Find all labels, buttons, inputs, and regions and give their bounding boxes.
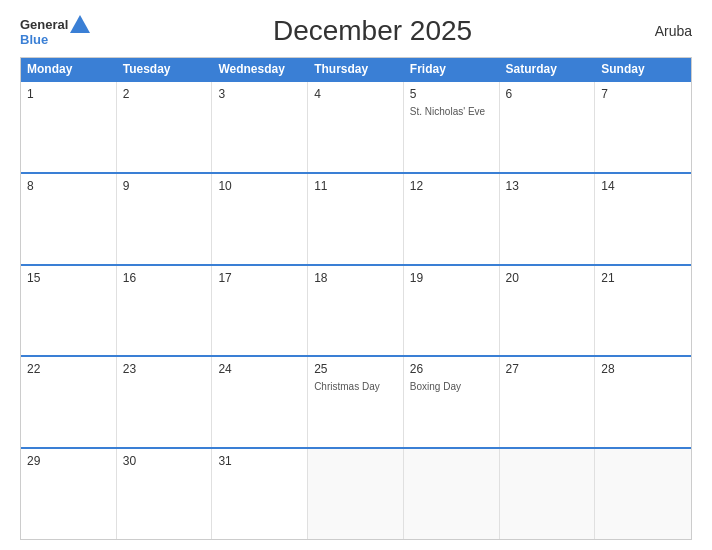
day-cell: 13	[500, 174, 596, 264]
day-number: 21	[601, 270, 685, 287]
day-cell: 5St. Nicholas' Eve	[404, 82, 500, 172]
day-header-wednesday: Wednesday	[212, 58, 308, 80]
day-cell: 12	[404, 174, 500, 264]
day-cell: 25Christmas Day	[308, 357, 404, 447]
day-number: 5	[410, 86, 493, 103]
day-number: 2	[123, 86, 206, 103]
logo: General Blue	[20, 17, 90, 46]
day-cell: 8	[21, 174, 117, 264]
day-number: 7	[601, 86, 685, 103]
calendar-grid: MondayTuesdayWednesdayThursdayFridaySatu…	[20, 57, 692, 540]
day-cell	[500, 449, 596, 539]
day-header-thursday: Thursday	[308, 58, 404, 80]
day-number: 4	[314, 86, 397, 103]
day-cell: 15	[21, 266, 117, 356]
day-number: 16	[123, 270, 206, 287]
day-cell: 31	[212, 449, 308, 539]
day-cell: 6	[500, 82, 596, 172]
logo-blue-text: Blue	[20, 33, 90, 46]
day-headers-row: MondayTuesdayWednesdayThursdayFridaySatu…	[21, 58, 691, 80]
week-row-3: 15161718192021	[21, 264, 691, 356]
day-number: 10	[218, 178, 301, 195]
day-number: 6	[506, 86, 589, 103]
day-cell: 28	[595, 357, 691, 447]
day-header-sunday: Sunday	[595, 58, 691, 80]
day-cell	[308, 449, 404, 539]
day-number: 29	[27, 453, 110, 470]
day-number: 8	[27, 178, 110, 195]
day-number: 24	[218, 361, 301, 378]
day-number: 31	[218, 453, 301, 470]
day-number: 25	[314, 361, 397, 378]
day-number: 27	[506, 361, 589, 378]
header: General Blue December 2025 Aruba	[20, 15, 692, 47]
day-cell: 29	[21, 449, 117, 539]
day-cell	[595, 449, 691, 539]
week-row-2: 891011121314	[21, 172, 691, 264]
day-number: 9	[123, 178, 206, 195]
day-number: 12	[410, 178, 493, 195]
day-header-friday: Friday	[404, 58, 500, 80]
day-cell: 19	[404, 266, 500, 356]
day-header-tuesday: Tuesday	[117, 58, 213, 80]
day-number: 3	[218, 86, 301, 103]
day-cell: 24	[212, 357, 308, 447]
day-cell: 3	[212, 82, 308, 172]
day-cell: 23	[117, 357, 213, 447]
week-row-1: 12345St. Nicholas' Eve67	[21, 80, 691, 172]
day-number: 22	[27, 361, 110, 378]
day-event-label: Christmas Day	[314, 380, 397, 393]
weeks-container: 12345St. Nicholas' Eve678910111213141516…	[21, 80, 691, 539]
day-number: 20	[506, 270, 589, 287]
day-number: 13	[506, 178, 589, 195]
day-number: 30	[123, 453, 206, 470]
day-number: 28	[601, 361, 685, 378]
day-number: 17	[218, 270, 301, 287]
day-event-label: Boxing Day	[410, 380, 493, 393]
day-header-saturday: Saturday	[500, 58, 596, 80]
day-event-label: St. Nicholas' Eve	[410, 105, 493, 118]
day-number: 14	[601, 178, 685, 195]
day-cell: 20	[500, 266, 596, 356]
day-cell: 30	[117, 449, 213, 539]
day-cell: 17	[212, 266, 308, 356]
day-number: 11	[314, 178, 397, 195]
day-header-monday: Monday	[21, 58, 117, 80]
day-number: 19	[410, 270, 493, 287]
logo-general-text: General	[20, 18, 68, 31]
week-row-5: 293031	[21, 447, 691, 539]
day-cell: 1	[21, 82, 117, 172]
day-cell: 7	[595, 82, 691, 172]
day-number: 1	[27, 86, 110, 103]
day-cell: 16	[117, 266, 213, 356]
day-cell: 10	[212, 174, 308, 264]
day-number: 18	[314, 270, 397, 287]
day-number: 15	[27, 270, 110, 287]
day-cell	[404, 449, 500, 539]
calendar-page: General Blue December 2025 Aruba MondayT…	[0, 0, 712, 550]
day-number: 26	[410, 361, 493, 378]
week-row-4: 22232425Christmas Day26Boxing Day2728	[21, 355, 691, 447]
day-cell: 9	[117, 174, 213, 264]
day-cell: 27	[500, 357, 596, 447]
day-cell: 22	[21, 357, 117, 447]
day-cell: 21	[595, 266, 691, 356]
country-label: Aruba	[655, 23, 692, 39]
day-cell: 4	[308, 82, 404, 172]
day-cell: 18	[308, 266, 404, 356]
day-cell: 11	[308, 174, 404, 264]
day-cell: 26Boxing Day	[404, 357, 500, 447]
calendar-title: December 2025	[90, 15, 654, 47]
day-number: 23	[123, 361, 206, 378]
day-cell: 2	[117, 82, 213, 172]
logo-triangle-icon	[70, 15, 90, 33]
day-cell: 14	[595, 174, 691, 264]
